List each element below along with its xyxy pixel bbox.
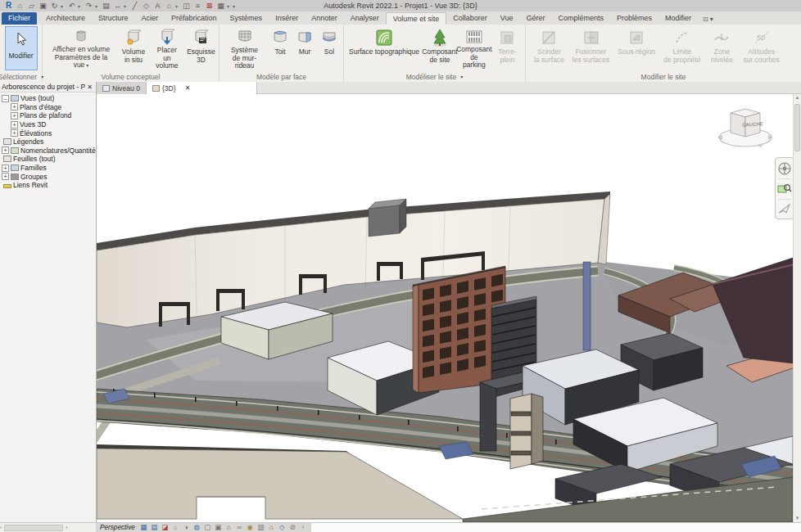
unlock-view-icon[interactable]: ⌂ [224,523,233,532]
steering-wheel-icon[interactable] [777,161,792,176]
text-icon[interactable]: A [152,1,163,11]
tree-item-vues[interactable]: –Vues (tout) [0,94,96,103]
tree-item-legendes[interactable]: Légendes [0,138,96,147]
placer-un-volume-button[interactable]: Placer un volume [150,26,184,70]
terre-plein-button[interactable]: Terre-plein [492,26,523,70]
section-icon[interactable]: ◫ [181,1,192,11]
project-browser-close-icon[interactable]: ✕ [85,83,94,91]
scroll-up-icon[interactable]: ▲ [794,94,801,101]
scroll-left-icon[interactable]: ‹ [0,525,2,530]
project-browser-header[interactable]: Arborescence du projet - Proje... ✕ [0,82,96,92]
tab-volume-et-site[interactable]: Volume et site [386,12,447,25]
tab-analyser[interactable]: Analyser [344,12,386,25]
tab-modifier[interactable]: Modifier [658,12,698,25]
reveal-hidden-icon[interactable]: ◉ [246,523,255,532]
redo-caret-icon[interactable]: ▾ [95,3,100,9]
sous-region-button[interactable]: Sous-région [616,26,657,70]
tab-fichier[interactable]: Fichier [2,12,37,25]
view-mode-label[interactable]: Perspective [100,524,135,531]
panel-label-selectionner[interactable]: Sélectionner▾ [0,71,42,82]
temporary-view-properties-icon[interactable]: ▥ [256,523,265,532]
sync-icon[interactable]: ↻ [49,1,60,11]
scroll-right-icon[interactable]: › [66,525,67,530]
shadows-icon[interactable]: ◑ [182,523,191,532]
undo-caret-icon[interactable]: ▾ [78,3,83,9]
ribbon-display-toggle[interactable]: ⊡▾ [703,16,713,25]
scale-icon[interactable]: ▦ [139,523,148,532]
panel-label-modeliser-site[interactable]: Modéliser le site▾ [344,71,525,82]
zone-nivelee-button[interactable]: Zone nivelée [707,26,736,70]
home-icon[interactable]: ⌂ [15,1,25,11]
expand-icon[interactable]: + [11,121,18,128]
tab-prefabrication[interactable]: Préfabrication [165,12,224,25]
view-tab-3d[interactable]: {3D} ✕ [147,82,257,94]
expand-icon[interactable]: + [11,103,18,110]
tab-vue[interactable]: Vue [494,12,520,25]
switch-windows-caret-icon[interactable]: ▾ [227,3,232,9]
tree-item-plans-etage[interactable]: +Plans d'étage [0,103,96,112]
tab-annoter[interactable]: Annoter [305,12,344,25]
expand-icon[interactable]: + [2,173,9,180]
crop-view-icon[interactable]: ▢ [203,523,212,532]
view-tab-niveau-0[interactable]: Niveau 0 [97,82,147,94]
tab-inserer[interactable]: Insérer [269,12,305,25]
reveal-constraints-icon[interactable]: ⊘ [288,523,297,532]
undo-icon[interactable]: ↶ [66,1,77,11]
measure-caret-icon[interactable]: ▾ [124,3,129,9]
project-browser-hscrollbar[interactable]: ‹ › [0,523,97,532]
aligned-dimension-icon[interactable]: ╱ [129,1,140,11]
displacement-sets-icon[interactable]: ◇ [278,523,287,532]
surface-topographique-button[interactable]: Surface topographique [346,26,422,70]
tab-architecture[interactable]: Architecture [39,12,92,25]
redo-icon[interactable]: ↷ [84,1,94,11]
thin-lines-icon[interactable]: ≡ [192,1,203,11]
tab-gerer[interactable]: Gérer [519,12,551,25]
composant-de-site-button[interactable]: Composant de site [423,26,456,70]
sol-button[interactable]: Sol [318,26,341,70]
pan-icon[interactable] [777,202,792,215]
tan-platform[interactable] [97,444,463,519]
analytical-model-icon[interactable]: ⌂ [267,523,276,532]
altitudes-sur-courbes-button[interactable]: 50 Altitudes sur courbes [741,26,781,70]
composant-de-parking-button[interactable]: Composant de parking [458,26,491,70]
afficher-en-volume-button[interactable]: Afficher en volume Paramètres de la vue▾ [45,26,117,70]
customize-qat-icon[interactable]: ▾ [233,3,238,9]
scinder-la-surface-button[interactable]: Scinder la surface [532,26,566,70]
wall-rooftop-box[interactable] [369,199,406,237]
expand-icon[interactable]: + [11,129,18,137]
expand-icon[interactable]: + [11,112,18,119]
scrollbar-thumb[interactable] [794,104,800,151]
modifier-button[interactable]: Modifier [5,26,38,70]
systeme-mur-rideau-button[interactable]: Système de mur-rideau [222,26,267,70]
collapse-icon[interactable]: – [2,95,9,102]
toit-button[interactable]: Toit [269,26,292,70]
revit-logo-icon[interactable]: R [3,1,14,11]
tree-item-elevations[interactable]: +Élévations [0,128,96,138]
viewcube[interactable]: GAUCHE [714,100,778,152]
expand-icon[interactable]: + [2,147,9,154]
expand-icon[interactable]: + [2,165,9,172]
tree-item-liens-revit[interactable]: Liens Revit [0,181,96,190]
panel-label-modifier-site[interactable]: Modifier le site [526,71,801,82]
limite-de-propriete-button[interactable]: Limite de propriété [662,26,702,70]
view-tab-close-icon[interactable]: ✕ [185,84,191,92]
tab-structure[interactable]: Structure [92,12,135,25]
zoom-region-icon[interactable] [777,183,792,196]
collapse-bar-icon[interactable]: ‹ [299,523,308,532]
tree-item-vues-3d[interactable]: +Vues 3D [0,120,96,129]
tab-collaborer[interactable]: Collaborer [446,12,494,25]
detail-level-icon[interactable]: ▤ [150,523,159,532]
measure-icon[interactable]: ↔ [112,1,123,11]
fusionner-les-surfaces-button[interactable]: Fusionner les surfaces [571,26,611,70]
tab-acier[interactable]: Acier [135,12,165,25]
tab-complements[interactable]: Compléments [551,12,610,25]
blue-massing-sliver[interactable] [583,262,591,350]
sync-caret-icon[interactable]: ▾ [61,3,66,9]
panel-label-volume-conceptuel[interactable]: Volume conceptuel [43,71,219,82]
tree-item-feuilles[interactable]: Feuilles (tout) [0,155,96,164]
panel-label-modele-par-face[interactable]: Modèle par face [219,71,343,82]
render-icon[interactable]: ◍ [192,523,201,532]
mur-button[interactable]: Mur [293,26,316,70]
tab-problemes[interactable]: Problèmes [610,12,658,25]
default-3d-view-icon[interactable]: ⌂ [164,1,174,11]
